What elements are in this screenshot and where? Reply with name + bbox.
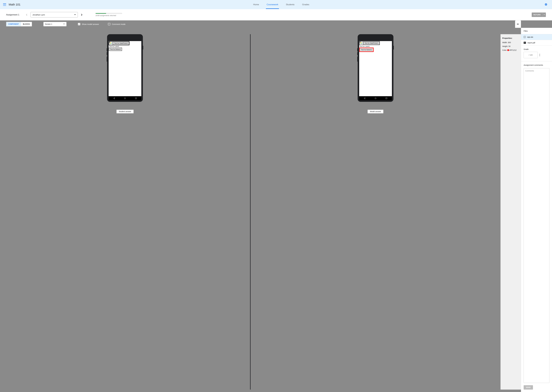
prev-student-icon[interactable] xyxy=(26,14,28,16)
comment-mode-label: Comment mode xyxy=(112,23,125,25)
show-model-checkbox[interactable] xyxy=(78,23,80,25)
recent-icon xyxy=(135,97,137,99)
height-value: 50 xyxy=(508,45,510,47)
svg-rect-1 xyxy=(135,98,137,99)
nav-tab-home[interactable]: Home xyxy=(252,0,260,9)
file-name: app.aia xyxy=(527,36,533,38)
file-row-report[interactable]: PDF report.pdf xyxy=(521,40,552,46)
svg-point-2 xyxy=(375,98,376,99)
grade-more-icon[interactable] xyxy=(539,54,540,56)
android-nav-bar xyxy=(109,96,141,100)
student-name: Jonathan Lynn xyxy=(32,14,45,16)
button-component-diff[interactable]: Text for Button1 xyxy=(359,48,374,52)
color-swatch-icon xyxy=(507,49,509,51)
grade-title: Grade xyxy=(524,48,549,50)
label-component[interactable]: Text for Label1 xyxy=(109,45,120,48)
return-dropdown-button[interactable] xyxy=(542,13,546,17)
show-model-label: Show model answer xyxy=(82,23,99,25)
model-phone-preview: Text for DatePicker1 Text for Label1 Tex… xyxy=(358,34,393,102)
progress-indicator: 10/30 assignments returned xyxy=(95,13,122,16)
caret-down-icon xyxy=(74,14,76,16)
color-value: #FF1212 xyxy=(509,49,516,51)
image-component-icon[interactable] xyxy=(109,42,113,45)
image-component-icon[interactable] xyxy=(359,41,363,45)
width-label: Width: xyxy=(502,42,507,43)
pdf-file-icon: PDF xyxy=(524,42,526,44)
aia-file-icon xyxy=(524,36,526,38)
svg-rect-3 xyxy=(386,98,387,99)
properties-title: Properties: xyxy=(502,37,519,39)
nav-tab-students[interactable]: Students xyxy=(285,0,295,9)
right-sidebar: Files app.aia PDF report.pdf Grade / 100… xyxy=(521,28,552,392)
nav-tabs: Home Coursework Students Grades xyxy=(18,0,545,9)
comment-mode-checkbox[interactable] xyxy=(108,23,110,25)
gear-icon[interactable] xyxy=(545,3,549,6)
home-icon xyxy=(375,97,377,99)
comments-title: Assignment comments xyxy=(524,64,549,66)
view-mode-toggle: COMPONENT BLOCKS xyxy=(6,22,32,26)
student-caption: Student answer xyxy=(116,110,133,113)
screen-dropdown[interactable]: Screen 1 xyxy=(44,22,66,26)
home-icon xyxy=(124,97,126,99)
send-button[interactable]: SEND xyxy=(524,385,533,390)
grade-input[interactable]: / 100 xyxy=(524,52,538,58)
width-value: 300 xyxy=(508,42,511,43)
component-tab[interactable]: COMPONENT xyxy=(6,22,21,26)
comments-textarea[interactable] xyxy=(524,68,549,383)
recent-icon xyxy=(385,97,387,99)
caret-down-icon xyxy=(63,23,65,25)
nav-tab-grades[interactable]: Grades xyxy=(301,0,310,9)
color-label: Color: xyxy=(502,49,507,51)
back-icon xyxy=(113,97,115,99)
back-icon xyxy=(363,97,366,99)
blocks-tab[interactable]: BLOCKS xyxy=(21,22,32,26)
return-button[interactable]: RETURN xyxy=(532,13,542,17)
datepicker-component[interactable]: Text for DatePicker1 xyxy=(113,42,129,45)
file-row-app[interactable]: app.aia xyxy=(521,34,552,40)
nav-tab-coursework[interactable]: Coursework xyxy=(266,0,279,9)
progress-label: 10/30 assignments returned xyxy=(95,14,122,16)
collapse-sidebar-icon[interactable] xyxy=(515,21,521,28)
file-name: report.pdf xyxy=(527,42,535,44)
hamburger-menu-icon[interactable] xyxy=(3,3,6,6)
model-caption: Model answer xyxy=(368,110,383,113)
height-label: Height: xyxy=(502,45,508,47)
properties-panel: Properties: Width: 300 Height: 50 Color:… xyxy=(501,34,521,390)
svg-point-0 xyxy=(124,98,126,99)
assignment-title: Assignment 1 xyxy=(6,14,19,16)
student-phone-preview: Text for DatePicker1 Text for Label1 Tex… xyxy=(107,34,143,102)
next-student-icon[interactable] xyxy=(80,14,83,16)
screen-value: Screen 1 xyxy=(45,23,52,25)
button-component[interactable]: Text for Button1 xyxy=(109,48,122,51)
student-dropdown[interactable]: Jonathan Lynn xyxy=(30,12,78,17)
datepicker-component[interactable]: Text for DatePicker1 xyxy=(363,42,380,45)
android-nav-bar xyxy=(359,96,392,100)
files-title: Files xyxy=(521,28,552,34)
label-component[interactable]: Text for Label1 xyxy=(359,45,370,48)
